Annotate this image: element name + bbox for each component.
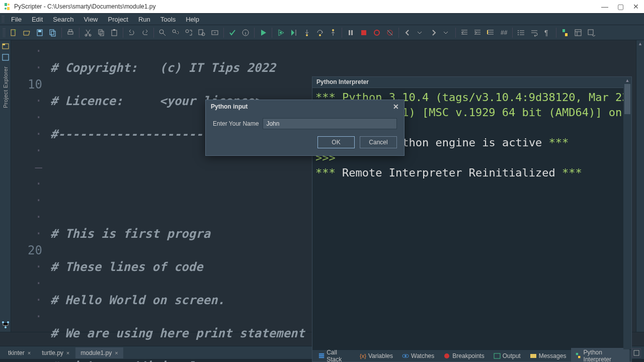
outdent-icon[interactable] (459, 27, 470, 38)
svg-rect-28 (361, 30, 366, 35)
dialog-close-icon[interactable]: ✕ (393, 103, 399, 111)
tab-variables[interactable]: {x}Variables (355, 351, 397, 360)
nav-back-icon[interactable] (402, 27, 413, 38)
svg-point-24 (319, 34, 321, 36)
file-explorer-icon[interactable] (2, 42, 10, 50)
svg-rect-36 (575, 30, 581, 36)
svg-rect-4 (38, 30, 41, 32)
svg-point-43 (5, 326, 7, 328)
menu-edit[interactable]: Edit (27, 14, 48, 25)
side-strip: Project Explorer (0, 40, 11, 332)
tab-watches[interactable]: Watches (398, 351, 438, 360)
dialog-label: Enter Your Name (213, 120, 259, 127)
python-icon[interactable] (559, 27, 571, 38)
syntax-check-icon[interactable] (227, 27, 238, 38)
find-in-files-icon[interactable] (196, 27, 207, 38)
paragraph-icon[interactable]: ¶ (542, 27, 553, 38)
step-over-icon[interactable] (314, 27, 326, 38)
info-icon[interactable] (240, 27, 251, 38)
search-next-icon[interactable] (170, 27, 181, 38)
menu-view[interactable]: View (79, 14, 103, 25)
menu-file[interactable]: File (6, 14, 27, 25)
line-number: 10 (11, 76, 42, 93)
cancel-button[interactable]: Cancel (360, 136, 397, 148)
svg-rect-18 (199, 30, 203, 35)
nav-dropdown-icon[interactable] (415, 27, 426, 38)
structure-icon[interactable] (2, 321, 10, 329)
svg-rect-8 (69, 30, 72, 32)
close-button[interactable]: ✕ (633, 3, 639, 11)
interpreter-scrollbar[interactable]: ▲ (623, 77, 631, 349)
tab-breakpoints[interactable]: Breakpoints (439, 351, 488, 360)
paste-icon[interactable] (109, 27, 120, 38)
gutter: 10 20 (11, 40, 47, 332)
replace-icon[interactable] (183, 27, 194, 38)
redo-icon[interactable] (139, 27, 150, 38)
run-icon[interactable] (258, 27, 269, 38)
svg-text:##: ## (501, 29, 508, 36)
search-icon[interactable] (157, 27, 168, 38)
dialog-title: Python input (211, 103, 248, 110)
nav-fwd-icon[interactable] (428, 27, 439, 38)
svg-rect-7 (68, 32, 73, 34)
svg-point-50 (444, 353, 449, 358)
comment-icon[interactable] (485, 27, 496, 38)
menu-search[interactable]: Search (48, 14, 78, 25)
menu-project[interactable]: Project (103, 14, 133, 25)
stop-icon[interactable] (358, 27, 369, 38)
uncomment-icon[interactable]: ## (498, 27, 509, 38)
svg-text:¶: ¶ (544, 29, 548, 37)
menu-run[interactable]: Run (133, 14, 155, 25)
print-icon[interactable] (65, 27, 76, 38)
svg-rect-6 (51, 31, 55, 36)
debug-icon[interactable] (275, 27, 286, 38)
maximize-button[interactable]: ▢ (617, 3, 624, 11)
menu-help[interactable]: Help (181, 14, 204, 25)
new-file-icon[interactable] (8, 27, 19, 38)
tab-call-stack[interactable]: Call Stack (314, 348, 354, 363)
cut-icon[interactable] (83, 27, 94, 38)
layout-icon[interactable] (573, 27, 584, 38)
wordwrap-icon[interactable] (529, 27, 540, 38)
clear-breakpoints-icon[interactable] (384, 27, 395, 38)
project-icon[interactable] (2, 53, 10, 61)
run-to-cursor-icon[interactable] (288, 27, 299, 38)
svg-point-42 (7, 321, 9, 323)
svg-point-10 (89, 34, 91, 36)
ok-button[interactable]: OK (317, 136, 355, 148)
pause-icon[interactable] (345, 27, 356, 38)
step-into-icon[interactable] (301, 27, 312, 38)
menu-tools[interactable]: Tools (155, 14, 181, 25)
minimize-button[interactable]: — (601, 3, 608, 11)
project-explorer-label[interactable]: Project Explorer (3, 66, 9, 108)
svg-point-41 (2, 321, 4, 323)
svg-rect-46 (319, 356, 324, 358)
list-icon[interactable] (516, 27, 527, 38)
save-all-icon[interactable] (47, 27, 58, 38)
file-tab-tkinter[interactable]: tkinter× (3, 347, 36, 358)
layout-dropdown-icon[interactable] (586, 27, 597, 38)
nav-dropdown-icon[interactable] (441, 27, 452, 38)
tab-messages[interactable]: Messages (526, 351, 571, 360)
close-icon[interactable]: × (28, 350, 31, 356)
undo-icon[interactable] (126, 27, 137, 38)
step-out-icon[interactable] (328, 27, 339, 38)
indent-icon[interactable] (472, 27, 483, 38)
open-icon[interactable] (21, 27, 32, 38)
copy-icon[interactable] (96, 27, 107, 38)
dialog-input[interactable] (263, 118, 397, 129)
svg-rect-13 (112, 30, 117, 36)
editor-scrollbar[interactable]: ▲ (636, 40, 644, 332)
svg-point-23 (306, 34, 308, 36)
svg-rect-45 (319, 355, 324, 356)
tab-python-interpreter[interactable]: Python Interpreter (571, 348, 629, 363)
breakpoint-icon[interactable] (371, 27, 382, 38)
save-icon[interactable] (34, 27, 45, 38)
title-bar: PyScripter - C:\Users\smarty\Documents\m… (0, 0, 644, 13)
svg-point-1 (8, 4, 10, 6)
tab-output[interactable]: Output (490, 351, 525, 360)
svg-point-9 (85, 34, 87, 36)
svg-point-15 (159, 30, 164, 34)
svg-rect-37 (588, 30, 593, 35)
goto-icon[interactable] (209, 27, 220, 38)
